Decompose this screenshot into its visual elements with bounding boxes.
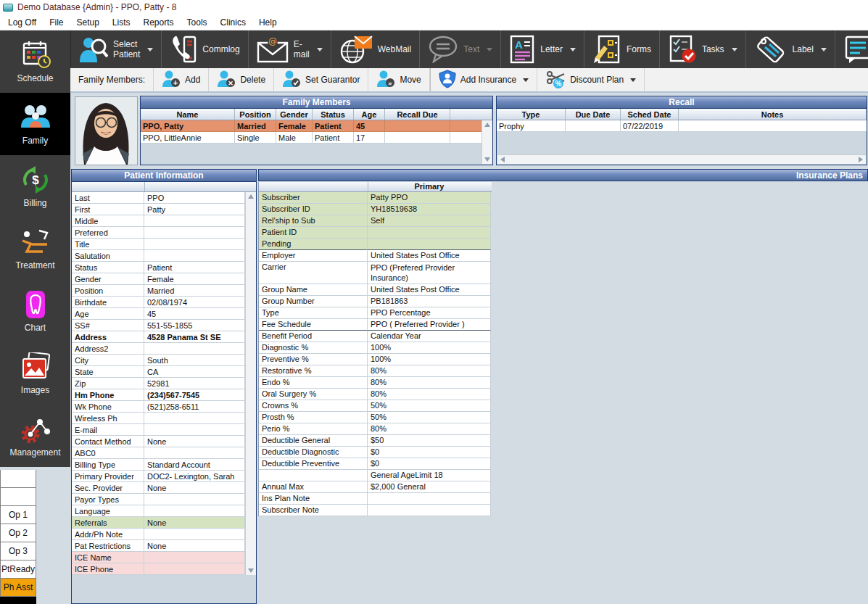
operatory-cell[interactable]: Op 1: [0, 506, 36, 524]
set-guarantor-button[interactable]: Set Guarantor: [274, 68, 368, 91]
menu-item[interactable]: Help: [252, 15, 284, 30]
patient-info-row[interactable]: Gender Female: [72, 273, 256, 285]
select-patient-button[interactable]: Select Patient: [71, 30, 162, 68]
insurance-row[interactable]: Pending: [259, 239, 491, 250]
delete-family-member-button[interactable]: ✕ Delete: [209, 68, 274, 91]
insurance-row[interactable]: Benefit Period Calendar Year: [259, 331, 491, 342]
insurance-row[interactable]: Prosth % 50%: [259, 412, 491, 423]
insurance-row[interactable]: Carrier PPO (Prefered Provider Insurance…: [259, 262, 491, 284]
insurance-row[interactable]: Group Name United States Post Office: [259, 284, 491, 296]
chevron-down-icon[interactable]: [630, 78, 636, 82]
family-member-row[interactable]: PPO, LittleAnnie Single Male Patient 17: [141, 132, 481, 144]
operatory-cell[interactable]: PtReady: [0, 560, 36, 579]
menu-item[interactable]: Log Off: [1, 15, 43, 30]
patient-info-row[interactable]: Zip 52981: [72, 378, 256, 389]
patient-info-row[interactable]: Contact Method None: [72, 436, 256, 447]
move-family-member-button[interactable]: » Move: [368, 68, 429, 91]
scroll-down-icon[interactable]: [484, 157, 490, 162]
menu-item[interactable]: Tools: [181, 15, 214, 30]
insurance-row[interactable]: Annual Max $2,000 General: [259, 481, 491, 493]
scroll-right-icon[interactable]: [859, 157, 863, 162]
insurance-row[interactable]: Subscriber Note: [259, 505, 491, 516]
patient-info-row[interactable]: Language: [72, 505, 256, 517]
add-family-member-button[interactable]: + Add: [154, 68, 209, 91]
patient-info-row[interactable]: Age 45: [72, 308, 256, 320]
sidebar-item-treatment[interactable]: Treatment: [0, 218, 70, 280]
insurance-row[interactable]: Deductible Diagnostic $0: [259, 447, 491, 458]
patient-info-row[interactable]: Salutation: [72, 250, 256, 262]
discount-plan-button[interactable]: % Discount Plan: [537, 68, 645, 91]
sidebar-item-chart[interactable]: Chart: [0, 280, 70, 342]
insurance-row[interactable]: General AgeLimit 18: [259, 470, 491, 481]
patient-info-row[interactable]: Birthdate 02/08/1974: [72, 297, 256, 308]
insurance-row[interactable]: Endo % 80%: [259, 377, 491, 389]
scroll-down-icon[interactable]: [248, 568, 254, 573]
sidebar-item-management[interactable]: Management: [0, 405, 70, 467]
patient-info-row[interactable]: ABC0: [72, 447, 256, 459]
chevron-down-icon[interactable]: [523, 78, 529, 82]
patient-info-row[interactable]: Preferred: [72, 227, 256, 239]
patient-info-row[interactable]: Pat Restrictions None: [72, 540, 256, 552]
scroll-left-icon[interactable]: [500, 157, 505, 162]
chevron-down-icon[interactable]: [570, 48, 576, 51]
scroll-up-icon[interactable]: [484, 123, 490, 127]
insurance-row[interactable]: Group Number PB181863: [259, 296, 491, 307]
chevron-down-icon[interactable]: [147, 48, 153, 51]
chevron-down-icon[interactable]: [732, 48, 737, 51]
insurance-row[interactable]: Deductible Preventive $0: [259, 458, 491, 470]
popups-button[interactable]: Popups: [835, 30, 868, 68]
patient-info-row[interactable]: State CA: [72, 366, 256, 378]
recall-row[interactable]: Prophy 07/22/2019: [497, 120, 867, 132]
patient-info-row[interactable]: Referrals None: [72, 517, 256, 529]
patient-info-row[interactable]: Addr/Ph Note: [72, 529, 256, 540]
patient-info-row[interactable]: Middle: [72, 215, 256, 227]
operatory-cell[interactable]: Op 3: [0, 542, 36, 560]
patient-info-row[interactable]: Status Patient: [72, 262, 256, 273]
insurance-row[interactable]: Deductible General $50: [259, 435, 491, 447]
insurance-row[interactable]: Preventive % 100%: [259, 354, 491, 365]
patient-info-row[interactable]: Billing Type Standard Account: [72, 459, 256, 471]
insurance-row[interactable]: Rel'ship to Sub Self: [259, 215, 491, 227]
patient-info-row[interactable]: Last PPO: [72, 192, 256, 204]
insurance-row[interactable]: Diagnostic % 100%: [259, 342, 491, 354]
menu-item[interactable]: Setup: [70, 15, 105, 30]
chevron-down-icon[interactable]: [317, 48, 323, 51]
patient-info-row[interactable]: Sec. Provider None: [72, 482, 256, 494]
insurance-row[interactable]: Restorative % 80%: [259, 365, 491, 377]
patient-info-row[interactable]: ICE Name: [72, 552, 256, 563]
patient-info-row[interactable]: Position Married: [72, 285, 256, 297]
patient-info-row[interactable]: Primary Provider DOC2- Lexington, Sarah: [72, 471, 256, 482]
operatory-cell[interactable]: Op 2: [0, 524, 36, 542]
insurance-row[interactable]: Ins Plan Note: [259, 493, 491, 505]
patient-info-scrollbar[interactable]: [245, 192, 256, 575]
insurance-row[interactable]: Crowns % 50%: [259, 400, 491, 412]
webmail-button[interactable]: WebMail: [331, 30, 420, 68]
tasks-button[interactable]: Tasks: [660, 30, 746, 68]
sidebar-item-images[interactable]: Images: [0, 342, 70, 405]
patient-photo[interactable]: [75, 96, 138, 165]
operatory-cell[interactable]: Ph Asst: [0, 579, 36, 597]
menu-item[interactable]: Clinics: [214, 15, 252, 30]
menu-item[interactable]: Lists: [106, 15, 137, 30]
patient-info-row[interactable]: Wk Phone (521)258-6511: [72, 401, 256, 413]
forms-button[interactable]: Forms: [584, 30, 660, 68]
menu-item[interactable]: Reports: [137, 15, 181, 30]
recall-grid-scrollbar[interactable]: [497, 154, 866, 164]
insurance-row[interactable]: Type PPO Percentage: [259, 307, 491, 319]
patient-info-row[interactable]: SS# 551-55-1855: [72, 320, 256, 331]
insurance-row[interactable]: Employer United States Post Office: [259, 250, 491, 262]
sidebar-item-billing[interactable]: $ Billing: [0, 155, 70, 218]
insurance-row[interactable]: Fee Schedule PPO ( Preferred Provider ): [259, 319, 491, 331]
menu-item[interactable]: File: [43, 15, 70, 30]
family-member-row[interactable]: PPO, Patty Married Female Patient 45: [141, 120, 481, 132]
patient-info-row[interactable]: Payor Types: [72, 494, 256, 505]
insurance-row[interactable]: Patient ID: [259, 227, 491, 239]
patient-info-row[interactable]: ICE Phone: [72, 563, 256, 575]
label-button[interactable]: Label: [746, 30, 835, 68]
patient-info-row[interactable]: Title: [72, 239, 256, 250]
insurance-row[interactable]: Subscriber Patty PPO: [259, 192, 491, 204]
chevron-down-icon[interactable]: [821, 48, 827, 51]
patient-info-row[interactable]: E-mail: [72, 424, 256, 436]
patient-info-row[interactable]: Wireless Ph: [72, 413, 256, 424]
commlog-button[interactable]: Commlog: [162, 30, 248, 68]
